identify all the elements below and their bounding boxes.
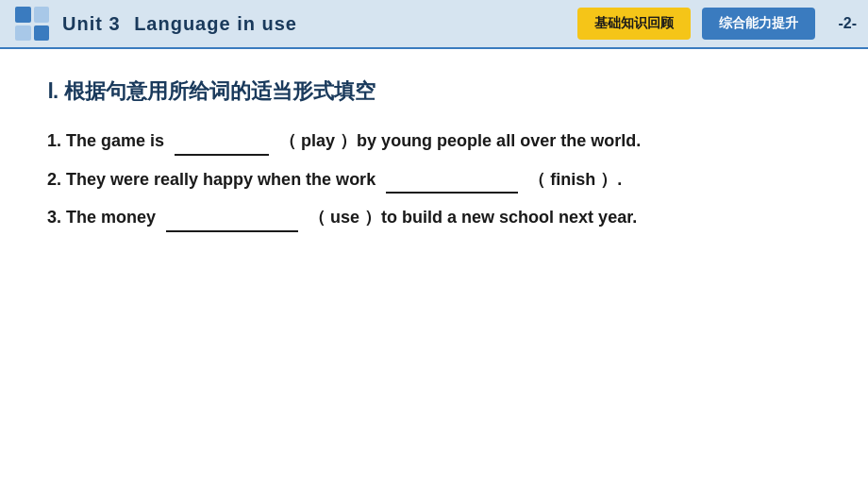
ex3-text-before: The money [66,208,160,227]
header-buttons: 基础知识回顾 综合能力提升 [577,8,815,40]
section-title: Ⅰ. 根据句意用所给词的适当形式填空 [47,77,821,106]
ex1-text-before: The game is [66,131,169,150]
unit-label: Unit 3 [62,13,121,34]
header: Unit 3 Language in use 基础知识回顾 综合能力提升 -2- [0,0,868,49]
comprehensive-ability-button[interactable]: 综合能力提升 [702,8,815,40]
language-label: Language in use [134,13,297,34]
ex1-text-after: （ play ）by young people all over the wor… [279,131,641,150]
logo [15,7,53,41]
ex2-number: 2. [47,170,61,189]
logo-square-tr [34,7,50,23]
ex2-text-before: They were really happy when the work [66,170,380,189]
section-roman: Ⅰ. [47,79,58,104]
basic-knowledge-button[interactable]: 基础知识回顾 [577,8,691,40]
exercise-2: 2. They were really happy when the work … [47,163,821,194]
exercise-1: 1. The game is （ play ）by young people a… [47,125,821,156]
ex2-text-after: （ finish ）. [528,170,622,189]
header-title: Unit 3 Language in use [62,13,297,35]
logo-square-br [34,25,50,42]
section-instruction: 根据句意用所给词的适当形式填空 [64,77,376,106]
ex2-blank [386,163,518,194]
ex3-number: 3. [47,208,61,227]
ex3-text-after: （ use ）to build a new school next year. [309,208,637,227]
logo-square-bl [15,25,31,42]
page-number: -2- [838,15,857,32]
exercise-3: 3. The money （ use ）to build a new schoo… [47,201,821,232]
ex1-number: 1. [47,131,61,150]
ex3-blank [166,201,298,232]
ex1-blank [175,125,269,156]
logo-square-tl [15,7,31,23]
main-content: Ⅰ. 根据句意用所给词的适当形式填空 1. The game is （ play… [0,49,868,259]
